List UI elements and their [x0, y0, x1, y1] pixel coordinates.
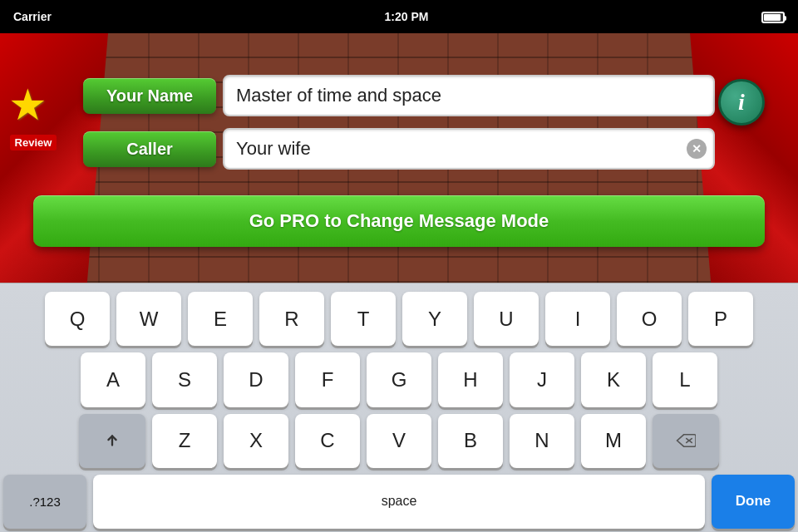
- done-key[interactable]: Done: [712, 475, 795, 529]
- key-y[interactable]: Y: [402, 292, 467, 346]
- battery-icon: [761, 10, 785, 23]
- space-key[interactable]: space: [93, 475, 705, 529]
- key-m[interactable]: M: [581, 414, 646, 468]
- key-c[interactable]: C: [295, 414, 360, 468]
- key-i[interactable]: I: [545, 292, 610, 346]
- key-t[interactable]: T: [331, 292, 396, 346]
- key-n[interactable]: N: [510, 414, 574, 468]
- key-l[interactable]: L: [653, 352, 717, 406]
- carrier-label: Carrier: [13, 10, 52, 23]
- key-z[interactable]: Z: [152, 414, 217, 468]
- caller-input[interactable]: [223, 128, 715, 170]
- backspace-key[interactable]: [653, 414, 719, 468]
- keyboard-bottom-row: .?123 space Done: [3, 475, 795, 529]
- key-p[interactable]: P: [688, 292, 753, 346]
- keyboard-row-2: A S D F G H J K L: [3, 352, 795, 406]
- review-badge[interactable]: ★ Review: [8, 83, 58, 150]
- key-v[interactable]: V: [367, 414, 431, 468]
- review-label: Review: [10, 135, 57, 150]
- key-u[interactable]: U: [474, 292, 539, 346]
- your-name-input[interactable]: [223, 75, 715, 116]
- app-area: ★ Review i Your Name Caller ✕ Go PRO to …: [0, 33, 798, 532]
- key-h[interactable]: H: [438, 352, 503, 406]
- key-w[interactable]: W: [116, 292, 181, 346]
- info-button[interactable]: i: [718, 79, 765, 126]
- your-name-input-wrapper: [223, 75, 715, 116]
- key-a[interactable]: A: [81, 352, 145, 406]
- key-k[interactable]: K: [581, 352, 646, 406]
- key-f[interactable]: F: [295, 352, 360, 406]
- key-d[interactable]: D: [224, 352, 288, 406]
- key-o[interactable]: O: [617, 292, 682, 346]
- your-name-row: Your Name: [83, 75, 715, 116]
- caller-label: Caller: [83, 131, 216, 167]
- status-bar: Carrier 1:20 PM: [0, 0, 798, 33]
- key-b[interactable]: B: [438, 414, 503, 468]
- keyboard-row-1: Q W E R T Y U I O P: [3, 292, 795, 346]
- key-e[interactable]: E: [188, 292, 253, 346]
- shift-key[interactable]: [79, 414, 145, 468]
- key-r[interactable]: R: [259, 292, 324, 346]
- key-g[interactable]: G: [367, 352, 431, 406]
- form-area: Your Name Caller ✕: [83, 75, 715, 181]
- caller-input-wrapper: ✕: [223, 128, 715, 170]
- key-q[interactable]: Q: [45, 292, 110, 346]
- caller-clear-button[interactable]: ✕: [687, 139, 707, 159]
- keyboard: Q W E R T Y U I O P A S D F G H J K L: [0, 283, 798, 532]
- key-j[interactable]: J: [510, 352, 574, 406]
- key-s[interactable]: S: [152, 352, 217, 406]
- time-label: 1:20 PM: [385, 10, 429, 23]
- your-name-label: Your Name: [83, 78, 216, 114]
- key-x[interactable]: X: [224, 414, 288, 468]
- num-sym-key[interactable]: .?123: [3, 475, 86, 529]
- star-icon: ★: [8, 83, 58, 133]
- keyboard-row-3: Z X C V B N M: [3, 414, 795, 468]
- info-icon: i: [738, 89, 745, 116]
- pro-mode-button[interactable]: Go PRO to Change Message Mode: [33, 195, 765, 247]
- caller-row: Caller ✕: [83, 128, 715, 170]
